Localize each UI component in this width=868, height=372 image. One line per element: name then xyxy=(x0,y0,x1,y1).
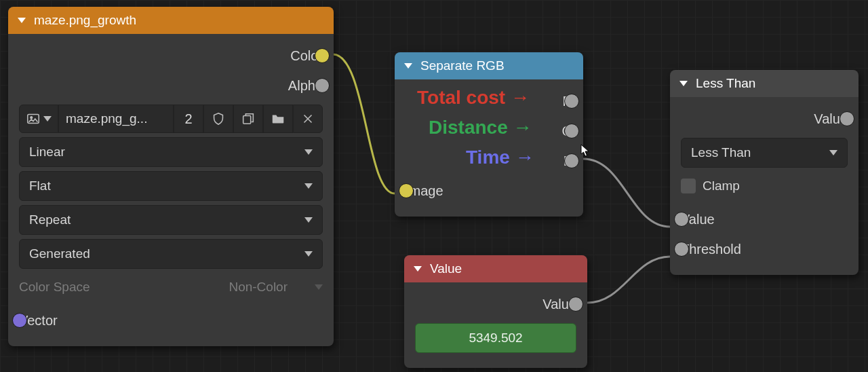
duplicate-icon xyxy=(241,111,256,126)
extension-label: Repeat xyxy=(29,212,71,227)
socket-g-output[interactable] xyxy=(564,124,579,138)
projection-select[interactable]: Flat xyxy=(19,171,323,201)
mouse-cursor xyxy=(580,144,590,157)
color-space-row: Color Space Non-Color xyxy=(19,273,323,301)
output-value-row: Value xyxy=(415,289,576,319)
clamp-checkbox[interactable]: Clamp xyxy=(681,172,848,200)
operation-select[interactable]: Less Than xyxy=(681,138,848,168)
node-title: Less Than xyxy=(696,76,755,91)
image-name-field[interactable]: maze.png_g... xyxy=(58,105,174,133)
node-header[interactable]: Value xyxy=(404,255,587,282)
collapse-icon[interactable] xyxy=(18,18,26,23)
input-image-row: Image xyxy=(406,176,572,206)
close-icon xyxy=(300,111,315,126)
input-vector-row: Vector xyxy=(19,305,323,335)
node-header[interactable]: maze.png_growth xyxy=(8,7,334,34)
annotation-total-cost: Total cost → xyxy=(417,87,530,109)
annotation-distance: Distance → xyxy=(429,117,532,138)
input-value-row: Value xyxy=(681,204,848,234)
interpolation-label: Linear xyxy=(29,145,65,160)
output-value-row: Value xyxy=(681,104,848,134)
socket-image-input[interactable] xyxy=(399,183,414,198)
value-field[interactable]: 5349.502 xyxy=(415,323,576,353)
color-space-value: Non-Color xyxy=(229,280,288,295)
node-value[interactable]: Value Value 5349.502 xyxy=(404,255,587,368)
collapse-icon[interactable] xyxy=(414,266,422,272)
image-browse-button[interactable] xyxy=(19,105,58,133)
socket-alpha-output[interactable] xyxy=(315,78,330,93)
collapse-icon[interactable] xyxy=(679,81,688,86)
chevron-down-icon xyxy=(304,217,313,223)
chevron-down-icon xyxy=(304,149,313,155)
folder-icon xyxy=(271,111,285,126)
socket-b-output[interactable] xyxy=(564,153,579,168)
node-header[interactable]: Separate RGB xyxy=(395,52,583,79)
input-threshold-label: Threshold xyxy=(681,242,741,257)
new-image-button[interactable] xyxy=(233,105,263,133)
node-less-than[interactable]: Less Than Value Less Than Clamp Value Th… xyxy=(670,70,859,275)
color-space-label: Color Space xyxy=(19,280,90,295)
socket-value-output[interactable] xyxy=(568,297,583,312)
image-datablock: maze.png_g... 2 xyxy=(19,105,323,133)
annotation-time: Time → xyxy=(466,147,534,168)
node-image-texture[interactable]: maze.png_growth Color Alpha maze.png_g..… xyxy=(8,7,334,346)
interpolation-select[interactable]: Linear xyxy=(19,137,323,167)
socket-value-output[interactable] xyxy=(840,111,854,126)
svg-rect-2 xyxy=(243,115,251,124)
image-users-button[interactable]: 2 xyxy=(174,105,203,133)
extension-select[interactable]: Repeat xyxy=(19,205,323,235)
checkbox-box xyxy=(681,179,696,193)
node-header[interactable]: Less Than xyxy=(670,70,859,97)
unlink-image-button[interactable] xyxy=(293,105,323,133)
output-color-row: Color xyxy=(19,41,323,71)
fake-user-button[interactable] xyxy=(203,105,233,133)
operation-label: Less Than xyxy=(691,145,751,160)
open-image-button[interactable] xyxy=(263,105,293,133)
node-title: Separate RGB xyxy=(420,58,505,73)
source-select[interactable]: Generated xyxy=(19,239,323,269)
output-alpha-row: Alpha xyxy=(19,71,323,100)
socket-value-input[interactable] xyxy=(674,212,689,227)
chevron-down-icon xyxy=(43,116,52,122)
socket-threshold-input[interactable] xyxy=(674,242,689,257)
socket-color-output[interactable] xyxy=(315,48,330,63)
clamp-label: Clamp xyxy=(703,179,740,193)
collapse-icon[interactable] xyxy=(404,63,412,69)
svg-point-1 xyxy=(31,117,33,119)
chevron-down-icon xyxy=(304,251,313,257)
input-threshold-row: Threshold xyxy=(681,234,848,264)
socket-r-output[interactable] xyxy=(564,94,579,109)
chevron-down-icon xyxy=(829,150,837,155)
projection-label: Flat xyxy=(29,179,51,193)
node-title: maze.png_growth xyxy=(34,13,136,28)
socket-vector-input[interactable] xyxy=(12,313,27,328)
chevron-down-icon xyxy=(304,183,313,189)
source-label: Generated xyxy=(29,246,90,261)
shield-icon xyxy=(211,111,226,126)
image-icon xyxy=(26,111,41,126)
node-title: Value xyxy=(430,261,462,276)
chevron-down-icon xyxy=(315,284,323,290)
